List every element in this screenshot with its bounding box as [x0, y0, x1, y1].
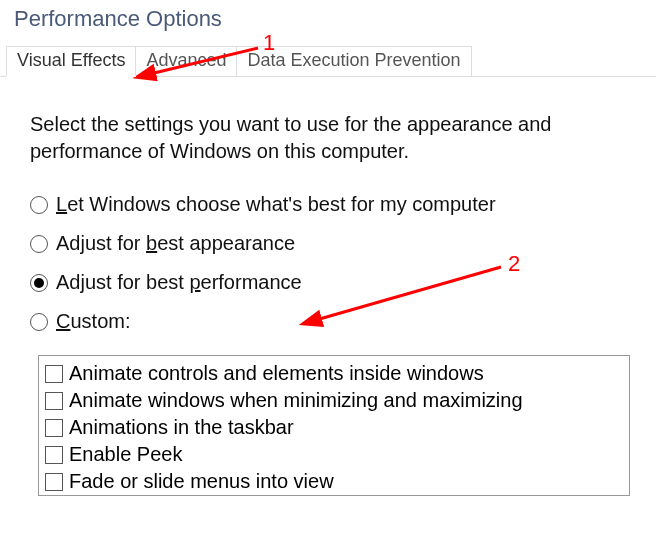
radio-let-windows[interactable] [30, 196, 48, 214]
radio-best-performance[interactable] [30, 274, 48, 292]
radio-row-best-appearance[interactable]: Adjust for best appearance [30, 232, 630, 255]
radio-group: Let Windows choose what's best for my co… [30, 193, 630, 333]
radio-row-best-performance[interactable]: Adjust for best performance [30, 271, 630, 294]
checkbox[interactable] [45, 473, 63, 491]
tab-visual-effects[interactable]: Visual Effects [6, 46, 136, 77]
radio-label: Adjust for best performance [56, 271, 302, 294]
tab-dep[interactable]: Data Execution Prevention [236, 46, 471, 76]
radio-label: Adjust for best appearance [56, 232, 295, 255]
tab-content: Select the settings you want to use for … [0, 77, 656, 496]
effects-listbox[interactable]: Animate controls and elements inside win… [38, 355, 630, 496]
radio-custom[interactable] [30, 313, 48, 331]
radio-row-custom[interactable]: Custom: [30, 310, 630, 333]
radio-row-let-windows[interactable]: Let Windows choose what's best for my co… [30, 193, 630, 216]
list-item[interactable]: Fade or slide menus into view [45, 468, 623, 495]
list-item[interactable]: Animations in the taskbar [45, 414, 623, 441]
effect-label: Animate controls and elements inside win… [69, 362, 484, 385]
effect-label: Animate windows when minimizing and maxi… [69, 389, 523, 412]
checkbox[interactable] [45, 419, 63, 437]
list-item[interactable]: Animate controls and elements inside win… [45, 360, 623, 387]
checkbox[interactable] [45, 392, 63, 410]
effect-label: Enable Peek [69, 443, 182, 466]
tab-advanced[interactable]: Advanced [135, 46, 237, 76]
performance-options-window: Performance Options Visual Effects Advan… [0, 0, 656, 558]
intro-text: Select the settings you want to use for … [30, 111, 630, 165]
effect-label: Fade or slide menus into view [69, 470, 334, 493]
effect-label: Animations in the taskbar [69, 416, 294, 439]
radio-label: Let Windows choose what's best for my co… [56, 193, 496, 216]
list-item[interactable]: Enable Peek [45, 441, 623, 468]
radio-label: Custom: [56, 310, 130, 333]
window-title: Performance Options [0, 0, 656, 46]
checkbox[interactable] [45, 365, 63, 383]
list-item[interactable]: Animate windows when minimizing and maxi… [45, 387, 623, 414]
radio-best-appearance[interactable] [30, 235, 48, 253]
checkbox[interactable] [45, 446, 63, 464]
tab-bar: Visual Effects Advanced Data Execution P… [0, 46, 656, 77]
